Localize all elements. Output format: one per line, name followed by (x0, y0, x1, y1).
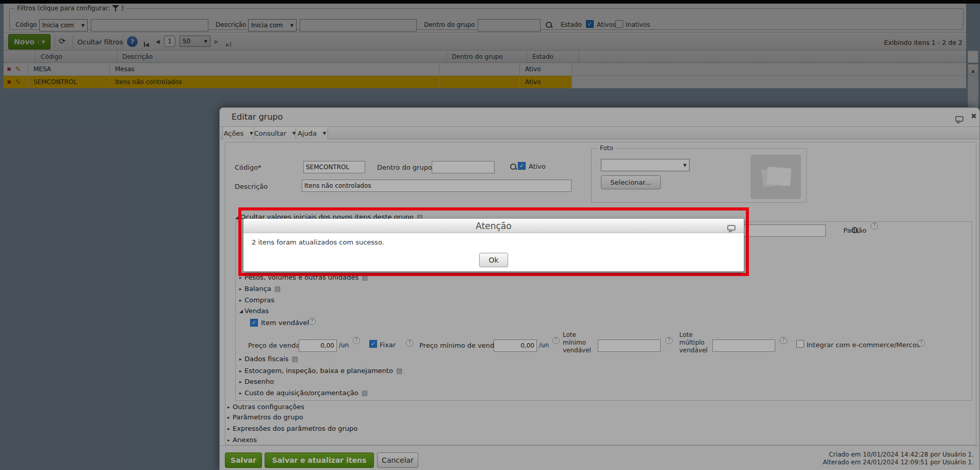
alert-titlebar: Atenção (243, 219, 744, 233)
atencao-alert: Atenção 2 itens foram atualizados com su… (243, 219, 744, 271)
ok-button[interactable]: Ok (479, 253, 508, 267)
alert-title: Atenção (476, 221, 511, 231)
alert-message: 2 itens foram atualizados com sucesso. (252, 238, 384, 246)
comment-icon[interactable] (727, 225, 736, 231)
